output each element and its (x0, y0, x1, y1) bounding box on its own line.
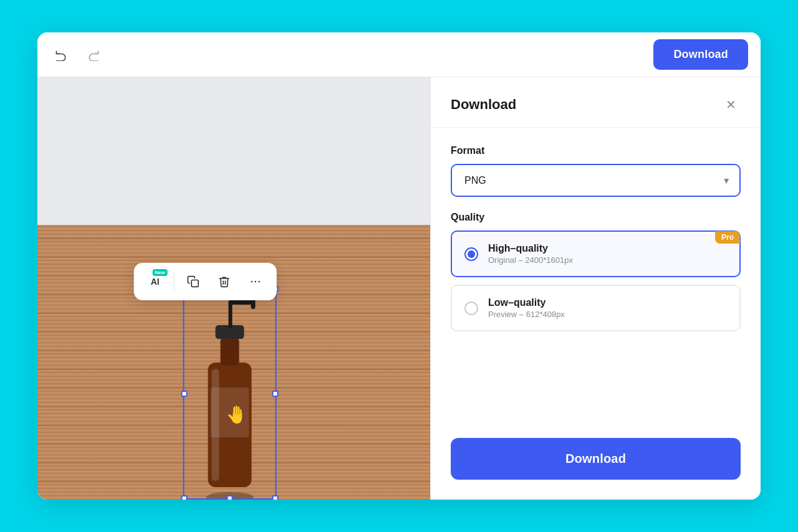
toolbar: Download (37, 32, 761, 77)
format-select-wrapper: PNG JPG WebP SVG ▼ (451, 164, 741, 197)
main-area: AI New (37, 77, 761, 500)
high-quality-name: High–quality (488, 243, 727, 254)
low-quality-desc: Preview – 612*408px (488, 310, 727, 319)
handle-bl[interactable] (181, 495, 188, 500)
svg-rect-9 (191, 280, 198, 287)
toolbar-left (50, 44, 653, 66)
more-options-button[interactable] (242, 268, 269, 295)
svg-point-10 (251, 281, 253, 283)
format-label: Format (451, 145, 741, 156)
quality-label: Quality (451, 212, 741, 223)
delete-button[interactable] (211, 268, 238, 295)
low-quality-option[interactable]: Low–quality Preview – 612*408px (451, 285, 741, 331)
radio-inner (468, 250, 475, 258)
panel-title: Download (451, 97, 516, 113)
floating-toolbar: AI New (134, 263, 277, 300)
svg-point-11 (254, 281, 256, 283)
download-panel: Download ✕ Format PNG JPG WebP SVG (430, 77, 761, 500)
low-quality-radio (464, 302, 478, 315)
undo-button[interactable] (50, 44, 72, 66)
handle-mr[interactable] (272, 391, 279, 397)
panel-download-button[interactable]: Download (451, 438, 741, 480)
trash-icon (218, 275, 231, 288)
header-download-button[interactable]: Download (653, 39, 748, 70)
toolbar-divider-1 (174, 273, 175, 290)
svg-point-12 (258, 281, 260, 283)
bottle-container (190, 288, 271, 500)
high-quality-radio (464, 247, 478, 261)
panel-close-button[interactable]: ✕ (721, 95, 741, 115)
redo-button[interactable] (82, 44, 105, 66)
ellipsis-icon (249, 275, 262, 288)
low-quality-text: Low–quality Preview – 612*408px (488, 297, 727, 319)
pro-badge: Pro (715, 231, 740, 244)
canvas-area: AI New (37, 77, 430, 500)
format-select[interactable]: PNG JPG WebP SVG (451, 164, 741, 197)
handle-ml[interactable] (181, 391, 188, 397)
canvas-gray-bg (37, 77, 430, 225)
low-quality-name: Low–quality (488, 297, 727, 308)
panel-header: Download ✕ (431, 77, 761, 128)
ai-icon: AI (151, 277, 160, 287)
ai-tool-button[interactable]: AI New (142, 268, 169, 295)
high-quality-desc: Original – 2400*1601px (488, 255, 727, 265)
handle-bm[interactable] (227, 495, 233, 500)
handle-br[interactable] (272, 495, 279, 500)
quality-section: Quality High–quality Original – 2400*160… (451, 212, 741, 339)
high-quality-option[interactable]: High–quality Original – 2400*1601px Pro (451, 230, 741, 277)
new-badge: New (152, 269, 167, 276)
copy-layers-button[interactable] (180, 268, 207, 295)
format-section: Format PNG JPG WebP SVG ▼ (451, 145, 741, 197)
panel-body: Format PNG JPG WebP SVG ▼ Quality (431, 128, 761, 438)
selection-box (183, 288, 277, 500)
panel-footer: Download (431, 438, 761, 500)
copy-icon (187, 275, 200, 288)
app-container: Download (37, 32, 761, 500)
high-quality-text: High–quality Original – 2400*1601px (488, 243, 727, 265)
